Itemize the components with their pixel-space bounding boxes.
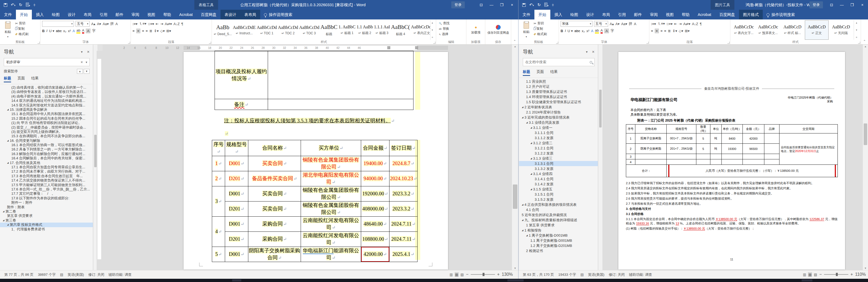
page-indicator[interactable]: 第 63 页，共 170 页: [523, 272, 554, 277]
nav-heading-item[interactable]: ◢3.1.5 业绩五: [519, 187, 598, 192]
style-item[interactable]: AaBbCcD↵ 样式 标...: [780, 20, 804, 40]
read-mode-icon[interactable]: ▥: [450, 273, 453, 277]
style-item[interactable]: 1. AaBbC↵ 标题 1: [338, 20, 356, 40]
expand-triangle-icon[interactable]: ◢: [526, 120, 528, 125]
nav-tab-标题[interactable]: 标题: [4, 76, 11, 82]
nav-heading-item[interactable]: 17.2 本合同未尽事宜，由双方另行协商。对于...: [0, 169, 93, 174]
align-left-icon[interactable]: ≡: [132, 29, 135, 33]
nav-tab-标题[interactable]: 标题: [523, 69, 530, 76]
chevron-down-icon[interactable]: ▾: [81, 50, 83, 54]
nav-heading-item[interactable]: (1) 向 甲方 住所地有管辖权的法院提起诉讼。: [0, 121, 93, 125]
ribbon-display-options-icon[interactable]: ⊡: [476, 0, 486, 10]
expand-triangle-icon[interactable]: ◢: [530, 140, 532, 146]
accessibility-indicator[interactable]: 辅助功能: 调查: [629, 272, 652, 277]
document-page[interactable]: 项目概况及投标人履约情况等↵备注↵注：投标人应根据投标人须知第 3.5.3 项的…: [184, 52, 448, 270]
expand-triangle-icon[interactable]: ◢: [522, 218, 523, 223]
decrease-indent-icon[interactable]: ⇤: [674, 22, 677, 26]
bold-icon[interactable]: B: [42, 29, 44, 33]
align-center-icon[interactable]: ≡: [136, 29, 141, 33]
contextual-tab-表设计[interactable]: 表设计: [220, 10, 241, 20]
nav-heading-item[interactable]: 17.1 本合同自双方加盖合同专用章或公章后生...: [0, 165, 93, 169]
style-item[interactable]: AaBbC(标题 4: [391, 20, 410, 40]
copy-button[interactable]: 复制: [534, 26, 547, 31]
font-color-icon[interactable]: A: [82, 28, 85, 33]
nav-scrollbar[interactable]: [598, 45, 602, 270]
login-button[interactable]: 登录: [451, 1, 465, 8]
distribute-icon[interactable]: ≣: [149, 29, 152, 33]
cut-button[interactable]: ✂剪切: [15, 21, 28, 26]
chevron-down-icon[interactable]: ▾: [86, 60, 87, 64]
nav-heading-item[interactable]: 3.1.3.1 合同: [519, 161, 598, 166]
nav-heading-item[interactable]: ◢3.1.3 业绩三: [519, 156, 598, 161]
customize-qat-icon[interactable]: ╪: [552, 3, 554, 6]
zoom-slider[interactable]: [824, 274, 848, 275]
table-column-marker[interactable]: [415, 46, 418, 49]
decrease-indent-icon[interactable]: ⇤: [156, 22, 159, 26]
nav-heading-item[interactable]: ◢1 检验报告: [519, 228, 598, 233]
nav-heading-item[interactable]: 17.8 以下附件作为本协议的组成部分:: [0, 196, 93, 200]
paragraph-marks-icon[interactable]: ¶: [181, 22, 183, 26]
zoom-out-icon[interactable]: −: [466, 272, 468, 277]
asian-layout-icon[interactable]: A⇄▾: [165, 22, 172, 26]
italic-icon[interactable]: I: [565, 29, 566, 33]
phonetic-guide-icon[interactable]: 拼: [629, 21, 632, 26]
doc-preview-icon[interactable]: ▾: [545, 3, 549, 7]
sort-icon[interactable]: A↓Z: [174, 22, 180, 26]
close-icon[interactable]: ×: [857, 0, 867, 10]
copy-button[interactable]: 复制: [15, 26, 28, 31]
style-item[interactable]: AaBbCcD↵ 无间隔: [829, 20, 853, 40]
proofing-icon[interactable]: ▤: [60, 273, 63, 277]
nav-heading-item[interactable]: 3.1.5.2 发票: [519, 197, 598, 202]
accessibility-indicator[interactable]: 辅助功能: 调查: [108, 272, 131, 277]
zoom-level[interactable]: 110%: [855, 272, 866, 277]
nav-heading-item[interactable]: 16.1 本合同经双方协商一致，可以书面形式做...: [0, 143, 93, 147]
nav-heading-item[interactable]: 5 近年发生的诉讼及仲裁情况: [519, 212, 598, 218]
style-item[interactable]: 1.1.1 AaI↵ 标题 3: [374, 20, 390, 40]
bullets-icon[interactable]: ⁝≡▾: [651, 22, 656, 26]
expand-triangle-icon[interactable]: ◢: [530, 187, 532, 192]
style-item[interactable]: 1.1 AaBb↵ 标题 2: [356, 20, 373, 40]
nav-heading-item[interactable]: ◢2 近年财务状况表: [519, 105, 598, 110]
contextual-tab-图片格式[interactable]: 图片格式: [739, 10, 763, 20]
replace-button[interactable]: ab替换: [439, 26, 450, 31]
collapse-ribbon-icon[interactable]: ⌃: [861, 39, 868, 44]
search-icon[interactable]: [590, 61, 592, 63]
nav-heading-item[interactable]: 1.1 营业执照: [519, 79, 598, 84]
text-effects-icon[interactable]: A: [591, 29, 593, 33]
nav-tab-结果[interactable]: 结果: [31, 76, 39, 82]
tab-邮件[interactable]: 邮件: [630, 10, 646, 20]
phonetic-guide-icon[interactable]: 拼: [111, 21, 114, 26]
numbering-icon[interactable]: ⒈≡▾: [657, 21, 665, 26]
subscript-icon[interactable]: x₂: [63, 29, 66, 33]
redo-icon[interactable]: ↻: [19, 2, 22, 7]
nav-heading-item[interactable]: 1.2 开户许可证: [519, 84, 598, 89]
nav-heading-item[interactable]: ◢16. 合同变更与解除: [0, 139, 93, 143]
tell-me-box[interactable]: 操作说明搜索: [763, 10, 799, 20]
styles-gallery-scroll[interactable]: ▴▾≡: [854, 20, 859, 40]
find-button[interactable]: 🔍查找: [439, 21, 450, 26]
style-item[interactable]: AaBbC标题: [320, 20, 338, 40]
tab-布局[interactable]: 布局: [598, 10, 614, 20]
nav-heading-item[interactable]: ◢3.1 业绩合同及发票: [519, 120, 598, 125]
tab-设计[interactable]: 设计: [582, 10, 598, 20]
shrink-font-icon[interactable]: A▾: [97, 22, 101, 26]
bullets-icon[interactable]: ⁝≡▾: [132, 22, 137, 26]
print-layout-icon[interactable]: ▦: [455, 273, 458, 277]
doc-preview-icon[interactable]: ▾: [26, 3, 30, 7]
next-result-icon[interactable]: ▼: [84, 69, 90, 74]
superscript-icon[interactable]: x²: [587, 29, 589, 33]
nav-heading-item[interactable]: 17.4 乙方就交接的物资负有保证第三人不得向...: [0, 178, 93, 182]
multilevel-list-icon[interactable]: ⁝⁝≡▾: [666, 22, 672, 26]
align-center-icon[interactable]: ≡: [655, 29, 659, 33]
cut-button[interactable]: ✂剪切: [534, 21, 547, 26]
tab-Acrobat[interactable]: Acrobat: [694, 10, 715, 20]
web-layout-icon[interactable]: ▧: [460, 273, 464, 277]
nav-heading-item[interactable]: 14.4 双方的通讯地址可作为法院或仲裁机构送...: [0, 98, 93, 103]
style-item[interactable]: AaBbCcD↵ 正文: [805, 20, 829, 40]
change-case-icon[interactable]: Aa▾: [621, 22, 627, 26]
borders-icon[interactable]: ⊞▾: [685, 29, 689, 33]
dialog-launcher-icon[interactable]: [858, 41, 860, 44]
nav-heading-item[interactable]: 15.2 因本合同引起的或与本合同有关的任何争...: [0, 116, 93, 121]
tab-视图[interactable]: 视图: [143, 10, 159, 20]
nav-heading-item[interactable]: 第五章 供货要求: [0, 214, 93, 218]
